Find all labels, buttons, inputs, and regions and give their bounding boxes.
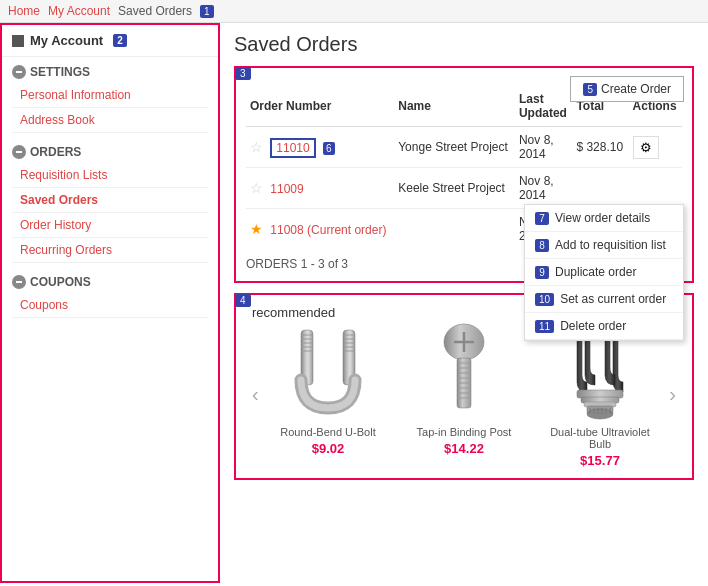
breadcrumb-current: Saved Orders [118,4,192,18]
dropdown-badge-8: 8 [535,239,549,252]
breadcrumb-account[interactable]: My Account [48,4,110,18]
order-number-cell: ☆ 11009 [246,168,394,209]
main-layout: My Account 2 SETTINGS Personal Informati… [0,23,708,583]
star-icon-row2[interactable]: ☆ [250,180,263,196]
sidebar-section-settings: SETTINGS Personal Information Address Bo… [2,57,218,137]
rec-price-bulb: $15.77 [540,453,660,468]
dropdown-item-add-requisition[interactable]: 8 Add to requisition list [525,232,683,259]
order-name-cell [394,209,515,250]
order-number-cell: ☆ 11010 6 [246,127,394,168]
order-number-cell: ★ 11008 (Current order) [246,209,394,250]
orders-section-title: ORDERS [12,145,208,159]
coupons-circle-icon [12,275,26,289]
col-name: Name [394,86,515,127]
settings-section-title: SETTINGS [12,65,208,79]
sidebar-badge: 2 [113,34,127,47]
col-order-number: Order Number [246,86,394,127]
dropdown-label-view: View order details [555,211,650,225]
sidebar-item-personal-info[interactable]: Personal Information [12,83,208,108]
create-order-button[interactable]: 5Create Order [570,76,684,102]
order-link-11010[interactable]: 11010 [270,138,315,158]
col-last-updated: LastUpdated [515,86,572,127]
rec-item-ubolt: Round-Bend U-Bolt $9.02 [268,320,388,468]
order-total-cell: $ 328.10 [572,127,628,168]
rec-item-bulb: Dual-tube Ultraviolet Bulb $15.77 [540,320,660,468]
rec-carousel: ‹ [246,320,682,468]
prev-arrow[interactable]: ‹ [246,383,265,406]
dropdown-label-set-current: Set as current order [560,292,666,306]
sidebar-item-recurring-orders[interactable]: Recurring Orders [12,238,208,263]
dropdown-item-delete[interactable]: 11 Delete order [525,313,683,340]
sidebar-title: My Account [30,33,103,48]
sidebar-square-icon [12,35,24,47]
sidebar-item-requisition-lists[interactable]: Requisition Lists [12,163,208,188]
gear-button-11010[interactable]: ⚙ [633,136,659,159]
dropdown-item-view[interactable]: 7 View order details [525,205,683,232]
settings-label: SETTINGS [30,65,90,79]
svg-point-28 [587,409,613,419]
star-icon-row1[interactable]: ☆ [250,139,263,155]
sidebar-item-saved-orders[interactable]: Saved Orders [12,188,208,213]
dropdown-badge-7: 7 [535,212,549,225]
order-date-cell: Nov 8,2014 [515,168,572,209]
dropdown-badge-10: 10 [535,293,554,306]
orders-circle-icon [12,145,26,159]
sidebar-section-orders: ORDERS Requisition Lists Saved Orders Or… [2,137,218,267]
sidebar: My Account 2 SETTINGS Personal Informati… [0,23,220,583]
rec-section-badge: 4 [235,294,251,307]
dropdown-label-duplicate: Duplicate order [555,265,636,279]
rec-name-bulb: Dual-tube Ultraviolet Bulb [540,426,660,450]
star-icon-row3[interactable]: ★ [250,221,263,237]
table-row: ☆ 11010 6 Yonge Street Project Nov 8,201… [246,127,682,168]
order-actions-cell [629,168,682,209]
settings-circle-icon [12,65,26,79]
rec-name-ubolt: Round-Bend U-Bolt [268,426,388,438]
dropdown-label-delete: Delete order [560,319,626,333]
dropdown-item-duplicate[interactable]: 9 Duplicate order [525,259,683,286]
table-row: ☆ 11009 Keele Street Project Nov 8,2014 [246,168,682,209]
rec-img-post [419,320,509,420]
breadcrumb-badge: 1 [200,5,214,18]
dropdown-badge-9: 9 [535,266,549,279]
order-name-cell: Keele Street Project [394,168,515,209]
sidebar-item-address-book[interactable]: Address Book [12,108,208,133]
breadcrumb-home[interactable]: Home [8,4,40,18]
coupons-section-title: COUPONS [12,275,208,289]
rec-items: Round-Bend U-Bolt $9.02 [265,320,664,468]
order-actions-cell: ⚙ [629,127,682,168]
sidebar-header: My Account 2 [2,25,218,57]
dropdown-badge-11: 11 [535,320,554,333]
order-link-11008[interactable]: 11008 (Current order) [270,223,386,237]
sidebar-section-coupons: COUPONS Coupons [2,267,218,322]
rec-price-ubolt: $9.02 [268,441,388,456]
dropdown-label-add-req: Add to requisition list [555,238,666,252]
order-date-cell: Nov 8,2014 [515,127,572,168]
rec-img-ubolt [283,320,373,420]
order-total-cell [572,168,628,209]
sidebar-item-order-history[interactable]: Order History [12,213,208,238]
orders-label: ORDERS [30,145,81,159]
dropdown-item-set-current[interactable]: 10 Set as current order [525,286,683,313]
order-name-cell: Yonge Street Project [394,127,515,168]
order-link-11009[interactable]: 11009 [270,182,303,196]
create-order-badge: 5 [583,83,597,96]
actions-dropdown: 7 View order details 8 Add to requisitio… [524,204,684,341]
order-selected-badge: 6 [323,142,335,155]
next-arrow[interactable]: › [663,383,682,406]
orders-section-badge: 3 [235,67,251,80]
orders-section: 3 5Create Order Order Number Name LastUp… [234,66,694,283]
rec-item-post: Tap-in Binding Post $14.22 [404,320,524,468]
main-content: Saved Orders 3 5Create Order Order Numbe… [220,23,708,583]
sidebar-item-coupons[interactable]: Coupons [12,293,208,318]
coupons-label: COUPONS [30,275,91,289]
rec-name-post: Tap-in Binding Post [404,426,524,438]
rec-title: recommended [252,305,335,320]
page-title: Saved Orders [234,33,694,56]
rec-price-post: $14.22 [404,441,524,456]
breadcrumb: Home My Account Saved Orders 1 [0,0,708,23]
